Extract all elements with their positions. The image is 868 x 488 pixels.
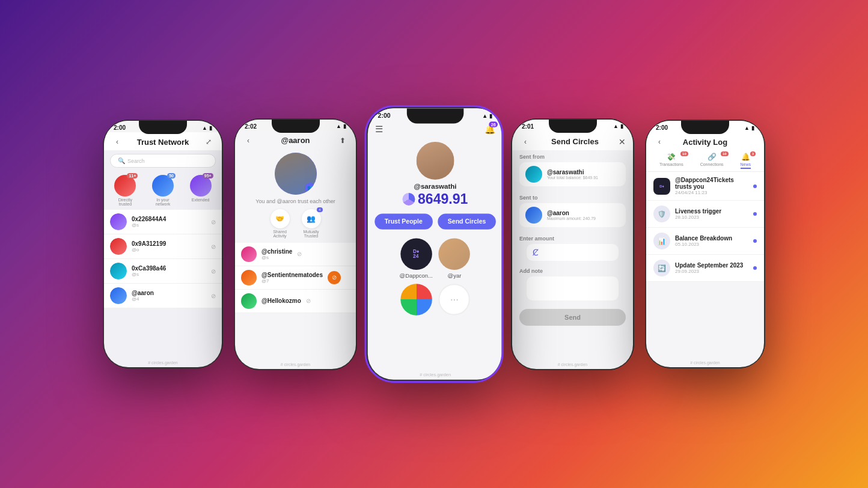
battery-icon: ▮ (489, 112, 492, 119)
update-icon: 🔄 (653, 260, 670, 276)
send-button[interactable]: Send (519, 309, 626, 326)
item-sub: @o (132, 247, 206, 252)
close-button[interactable]: ✕ (619, 137, 626, 147)
notch (139, 121, 187, 134)
notch (407, 108, 464, 123)
list-item[interactable]: @christine @s ⊘ (235, 243, 356, 266)
expand-button[interactable]: ⤢ (203, 136, 215, 148)
tab-transactions[interactable]: 💸 Transactions 10 (659, 153, 683, 169)
menu-icon[interactable]: ☰ (375, 124, 384, 135)
list-item[interactable]: @Sentientnematodes @7 ⊘ (235, 266, 356, 290)
bookmark-icon[interactable]: ⊘ (211, 243, 216, 250)
mutually-trusted-label: MutuallyTrusted (303, 230, 319, 238)
screen-trust-network: 2:00 ▲ ▮ ‹ Trust Network ⤢ 🔍 Search (104, 121, 222, 367)
list-item[interactable]: @aaron @4 ⊘ (104, 284, 222, 308)
contact-yar[interactable]: @yar (438, 239, 471, 279)
tab-directly-trusted[interactable]: 11+ Directlytrusted (114, 175, 136, 206)
back-button[interactable]: ‹ (111, 136, 123, 148)
avatar (110, 287, 127, 304)
footer-url: # circles.garden (368, 373, 503, 377)
circles-currency-icon (403, 193, 415, 206)
tab-label-1: Directlytrusted (118, 198, 132, 206)
tab-in-network[interactable]: 50 In yournetwork (152, 175, 174, 206)
balance-amount: 8649.91 (418, 191, 468, 207)
share-button[interactable]: ⬆ (337, 135, 349, 147)
activity-item[interactable]: 🔄 Update September 2023 29.09.2023 (646, 255, 764, 282)
screen-main-wallet: 2:00 ▲ ▮ ☰ 🔔 26 @saraswathi (368, 108, 503, 380)
search-bar[interactable]: 🔍 Search (110, 154, 216, 168)
trust-people-button[interactable]: Trust People (374, 214, 433, 230)
currency-symbol: Ȼ (533, 248, 539, 257)
status-icons: ▲ ▮ (482, 112, 493, 119)
trust-tabs: 11+ Directlytrusted 50 In yournetwork 95… (104, 171, 222, 210)
phone-main-wallet: 2:00 ▲ ▮ ☰ 🔔 26 @saraswathi (365, 105, 504, 383)
sender-avatar (525, 166, 542, 183)
activity-item[interactable]: 🛡️ Liveness trigger 28.10.2023 (646, 201, 764, 228)
enter-amount-label: Enter amount (519, 236, 626, 242)
status-icons: ▲ ▮ (202, 125, 212, 131)
tab-news[interactable]: 🔔 News 3 (741, 153, 751, 169)
contact-dappcon[interactable]: D♦24 @Dappcon... (400, 239, 433, 279)
bookmark-icon[interactable]: ⊘ (211, 293, 216, 299)
recipient-info: @aaron Maximum amount: 240.79 (547, 210, 620, 221)
back-button[interactable]: ‹ (242, 135, 254, 147)
battery-icon: ▮ (751, 125, 754, 131)
list-item[interactable]: @Hellokozmo ⊘ (235, 290, 356, 313)
action-buttons: Trust People Send Circles (374, 214, 496, 230)
activity-item[interactable]: D♦ @Dappcon24Tickets trusts you 24/04/24… (646, 172, 764, 201)
tab-badge-2: 50 (167, 173, 176, 178)
contact-pie[interactable] (400, 284, 433, 318)
bookmark-icon[interactable]: ⊘ (211, 219, 216, 225)
profile-avatar: 👥 (275, 153, 317, 195)
item-name: 0x226844A4 (132, 216, 206, 222)
transactions-icon: 💸 (667, 153, 676, 161)
bookmark-icon[interactable]: ⊘ (211, 268, 216, 275)
back-button[interactable]: ‹ (519, 136, 531, 148)
amount-input[interactable]: Ȼ (527, 244, 619, 261)
item-info: @Hellokozmo (261, 297, 301, 304)
notch (272, 120, 320, 133)
item-name: @aaron (132, 290, 206, 296)
shared-activity-label: SharedActivity (273, 230, 287, 238)
unread-dot (753, 239, 757, 243)
item-date: 29.09.2023 (675, 269, 748, 274)
mutually-trusted-button[interactable]: 👥 4 MutuallyTrusted (302, 209, 321, 238)
bookmark-icon[interactable]: ⊘ (306, 297, 311, 304)
wifi-icon: ▲ (202, 125, 207, 131)
recipient-name: @aaron (547, 210, 620, 216)
send-circles-button[interactable]: Send Circles (438, 214, 496, 230)
bookmark-icon[interactable]: ⊘ (328, 271, 341, 284)
item-name: 0x9A312199 (132, 240, 206, 247)
sent-to-label: Sent to (519, 195, 626, 201)
tab-extended[interactable]: 95+ Extended (190, 175, 212, 206)
sender-balance: Your total balance: $649.91 (547, 175, 620, 180)
notification-bell[interactable]: 🔔 26 (484, 124, 495, 135)
sent-to-section: Sent to @aaron Maximum amount: 240.79 (512, 191, 633, 232)
activity-item[interactable]: 📊 Balance Breakdown 05.10.2023 (646, 228, 764, 255)
note-input[interactable] (527, 276, 619, 300)
page-title: Activity Log (683, 138, 727, 147)
sent-from-section: Sent from @saraswathi Your total balance… (512, 150, 633, 191)
tab-connections[interactable]: 🔗 Connections 10 (700, 153, 724, 169)
action-icon: ⊘ (328, 271, 341, 284)
shared-activity-button[interactable]: 🤝 SharedActivity (270, 209, 290, 238)
item-title: @Dappcon24Tickets trusts you (675, 177, 748, 190)
unread-dot (753, 266, 757, 270)
screen-send-circles: 2:01 ▲ ▮ ‹ Send Circles ✕ Sent from @sar… (512, 120, 633, 369)
contact-more[interactable]: ··· (438, 284, 471, 318)
notch (681, 121, 729, 134)
list-item[interactable]: 0x9A312199 @o ⊘ (104, 234, 222, 259)
trust-status-text: You and @aaron trust each other (235, 198, 356, 204)
search-placeholder: Search (127, 158, 145, 164)
item-sub: @s (132, 272, 206, 277)
page-title: Send Circles (551, 137, 599, 146)
back-button[interactable]: ‹ (653, 136, 665, 148)
liveness-icon: 🛡️ (653, 206, 670, 222)
item-info: 0x9A312199 @o (132, 240, 206, 252)
list-item[interactable]: 0x226844A4 @s ⊘ (104, 210, 222, 234)
trust-list: 0x226844A4 @s ⊘ 0x9A312199 @o ⊘ (104, 210, 222, 308)
list-item[interactable]: 0xCa398a46 @s ⊘ (104, 259, 222, 284)
sender-name: @saraswathi (547, 169, 620, 175)
footer-url: # circles.garden (104, 361, 222, 365)
bookmark-icon[interactable]: ⊘ (297, 251, 302, 257)
